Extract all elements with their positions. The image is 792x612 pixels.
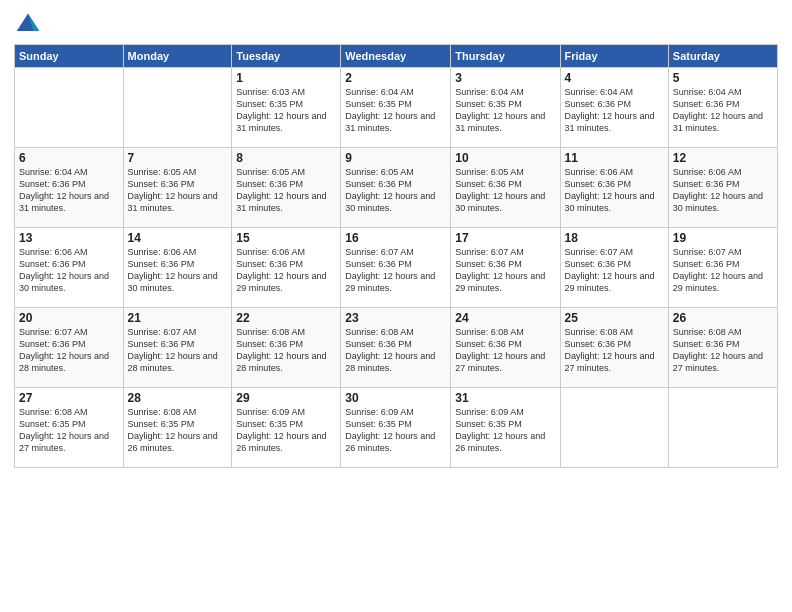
calendar-cell: 28Sunrise: 6:08 AM Sunset: 6:35 PM Dayli… xyxy=(123,388,232,468)
day-number: 10 xyxy=(455,151,555,165)
calendar-cell: 21Sunrise: 6:07 AM Sunset: 6:36 PM Dayli… xyxy=(123,308,232,388)
calendar-cell: 10Sunrise: 6:05 AM Sunset: 6:36 PM Dayli… xyxy=(451,148,560,228)
calendar-cell: 6Sunrise: 6:04 AM Sunset: 6:36 PM Daylig… xyxy=(15,148,124,228)
day-info: Sunrise: 6:05 AM Sunset: 6:36 PM Dayligh… xyxy=(128,166,228,215)
day-number: 24 xyxy=(455,311,555,325)
day-info: Sunrise: 6:09 AM Sunset: 6:35 PM Dayligh… xyxy=(455,406,555,455)
page: SundayMondayTuesdayWednesdayThursdayFrid… xyxy=(0,0,792,612)
calendar-cell: 19Sunrise: 6:07 AM Sunset: 6:36 PM Dayli… xyxy=(668,228,777,308)
day-number: 14 xyxy=(128,231,228,245)
day-number: 23 xyxy=(345,311,446,325)
calendar-cell: 22Sunrise: 6:08 AM Sunset: 6:36 PM Dayli… xyxy=(232,308,341,388)
day-info: Sunrise: 6:09 AM Sunset: 6:35 PM Dayligh… xyxy=(236,406,336,455)
day-info: Sunrise: 6:05 AM Sunset: 6:36 PM Dayligh… xyxy=(455,166,555,215)
day-info: Sunrise: 6:07 AM Sunset: 6:36 PM Dayligh… xyxy=(19,326,119,375)
calendar-week-1: 1Sunrise: 6:03 AM Sunset: 6:35 PM Daylig… xyxy=(15,68,778,148)
day-number: 20 xyxy=(19,311,119,325)
day-header-monday: Monday xyxy=(123,45,232,68)
day-number: 17 xyxy=(455,231,555,245)
calendar-cell: 13Sunrise: 6:06 AM Sunset: 6:36 PM Dayli… xyxy=(15,228,124,308)
day-number: 8 xyxy=(236,151,336,165)
calendar-cell: 3Sunrise: 6:04 AM Sunset: 6:35 PM Daylig… xyxy=(451,68,560,148)
day-number: 30 xyxy=(345,391,446,405)
calendar-cell: 16Sunrise: 6:07 AM Sunset: 6:36 PM Dayli… xyxy=(341,228,451,308)
calendar-cell: 7Sunrise: 6:05 AM Sunset: 6:36 PM Daylig… xyxy=(123,148,232,228)
calendar-cell xyxy=(668,388,777,468)
calendar-cell: 30Sunrise: 6:09 AM Sunset: 6:35 PM Dayli… xyxy=(341,388,451,468)
calendar-week-3: 13Sunrise: 6:06 AM Sunset: 6:36 PM Dayli… xyxy=(15,228,778,308)
day-number: 19 xyxy=(673,231,773,245)
calendar-cell: 15Sunrise: 6:06 AM Sunset: 6:36 PM Dayli… xyxy=(232,228,341,308)
day-header-saturday: Saturday xyxy=(668,45,777,68)
day-header-tuesday: Tuesday xyxy=(232,45,341,68)
calendar-cell: 1Sunrise: 6:03 AM Sunset: 6:35 PM Daylig… xyxy=(232,68,341,148)
day-number: 22 xyxy=(236,311,336,325)
day-info: Sunrise: 6:09 AM Sunset: 6:35 PM Dayligh… xyxy=(345,406,446,455)
day-header-thursday: Thursday xyxy=(451,45,560,68)
day-number: 15 xyxy=(236,231,336,245)
day-info: Sunrise: 6:04 AM Sunset: 6:36 PM Dayligh… xyxy=(673,86,773,135)
day-number: 31 xyxy=(455,391,555,405)
day-header-friday: Friday xyxy=(560,45,668,68)
calendar-cell: 4Sunrise: 6:04 AM Sunset: 6:36 PM Daylig… xyxy=(560,68,668,148)
calendar-cell: 17Sunrise: 6:07 AM Sunset: 6:36 PM Dayli… xyxy=(451,228,560,308)
calendar-cell: 12Sunrise: 6:06 AM Sunset: 6:36 PM Dayli… xyxy=(668,148,777,228)
calendar-cell xyxy=(123,68,232,148)
day-number: 2 xyxy=(345,71,446,85)
day-number: 21 xyxy=(128,311,228,325)
day-info: Sunrise: 6:06 AM Sunset: 6:36 PM Dayligh… xyxy=(565,166,664,215)
day-number: 5 xyxy=(673,71,773,85)
calendar-week-4: 20Sunrise: 6:07 AM Sunset: 6:36 PM Dayli… xyxy=(15,308,778,388)
day-info: Sunrise: 6:07 AM Sunset: 6:36 PM Dayligh… xyxy=(673,246,773,295)
day-number: 1 xyxy=(236,71,336,85)
day-info: Sunrise: 6:03 AM Sunset: 6:35 PM Dayligh… xyxy=(236,86,336,135)
day-info: Sunrise: 6:05 AM Sunset: 6:36 PM Dayligh… xyxy=(236,166,336,215)
calendar-week-5: 27Sunrise: 6:08 AM Sunset: 6:35 PM Dayli… xyxy=(15,388,778,468)
day-number: 18 xyxy=(565,231,664,245)
day-info: Sunrise: 6:06 AM Sunset: 6:36 PM Dayligh… xyxy=(19,246,119,295)
day-info: Sunrise: 6:08 AM Sunset: 6:35 PM Dayligh… xyxy=(19,406,119,455)
calendar-cell: 5Sunrise: 6:04 AM Sunset: 6:36 PM Daylig… xyxy=(668,68,777,148)
calendar-cell: 27Sunrise: 6:08 AM Sunset: 6:35 PM Dayli… xyxy=(15,388,124,468)
calendar-cell: 29Sunrise: 6:09 AM Sunset: 6:35 PM Dayli… xyxy=(232,388,341,468)
logo-icon xyxy=(14,10,42,38)
day-info: Sunrise: 6:07 AM Sunset: 6:36 PM Dayligh… xyxy=(565,246,664,295)
day-header-sunday: Sunday xyxy=(15,45,124,68)
day-info: Sunrise: 6:04 AM Sunset: 6:35 PM Dayligh… xyxy=(345,86,446,135)
calendar-cell: 31Sunrise: 6:09 AM Sunset: 6:35 PM Dayli… xyxy=(451,388,560,468)
calendar-cell: 11Sunrise: 6:06 AM Sunset: 6:36 PM Dayli… xyxy=(560,148,668,228)
day-number: 7 xyxy=(128,151,228,165)
day-info: Sunrise: 6:07 AM Sunset: 6:36 PM Dayligh… xyxy=(345,246,446,295)
calendar-cell: 18Sunrise: 6:07 AM Sunset: 6:36 PM Dayli… xyxy=(560,228,668,308)
day-number: 4 xyxy=(565,71,664,85)
calendar-cell: 26Sunrise: 6:08 AM Sunset: 6:36 PM Dayli… xyxy=(668,308,777,388)
day-number: 26 xyxy=(673,311,773,325)
day-number: 3 xyxy=(455,71,555,85)
day-number: 11 xyxy=(565,151,664,165)
calendar-cell: 20Sunrise: 6:07 AM Sunset: 6:36 PM Dayli… xyxy=(15,308,124,388)
day-number: 27 xyxy=(19,391,119,405)
calendar-table: SundayMondayTuesdayWednesdayThursdayFrid… xyxy=(14,44,778,468)
day-number: 13 xyxy=(19,231,119,245)
day-number: 29 xyxy=(236,391,336,405)
day-info: Sunrise: 6:06 AM Sunset: 6:36 PM Dayligh… xyxy=(236,246,336,295)
calendar-cell: 14Sunrise: 6:06 AM Sunset: 6:36 PM Dayli… xyxy=(123,228,232,308)
day-info: Sunrise: 6:04 AM Sunset: 6:35 PM Dayligh… xyxy=(455,86,555,135)
day-number: 9 xyxy=(345,151,446,165)
day-info: Sunrise: 6:04 AM Sunset: 6:36 PM Dayligh… xyxy=(19,166,119,215)
calendar-cell xyxy=(15,68,124,148)
day-info: Sunrise: 6:08 AM Sunset: 6:36 PM Dayligh… xyxy=(236,326,336,375)
calendar-cell: 9Sunrise: 6:05 AM Sunset: 6:36 PM Daylig… xyxy=(341,148,451,228)
day-number: 16 xyxy=(345,231,446,245)
day-info: Sunrise: 6:08 AM Sunset: 6:36 PM Dayligh… xyxy=(345,326,446,375)
calendar-cell: 25Sunrise: 6:08 AM Sunset: 6:36 PM Dayli… xyxy=(560,308,668,388)
day-info: Sunrise: 6:08 AM Sunset: 6:36 PM Dayligh… xyxy=(565,326,664,375)
day-info: Sunrise: 6:08 AM Sunset: 6:35 PM Dayligh… xyxy=(128,406,228,455)
calendar-cell xyxy=(560,388,668,468)
day-info: Sunrise: 6:07 AM Sunset: 6:36 PM Dayligh… xyxy=(128,326,228,375)
calendar-cell: 23Sunrise: 6:08 AM Sunset: 6:36 PM Dayli… xyxy=(341,308,451,388)
calendar-week-2: 6Sunrise: 6:04 AM Sunset: 6:36 PM Daylig… xyxy=(15,148,778,228)
day-number: 25 xyxy=(565,311,664,325)
day-header-wednesday: Wednesday xyxy=(341,45,451,68)
day-info: Sunrise: 6:06 AM Sunset: 6:36 PM Dayligh… xyxy=(128,246,228,295)
